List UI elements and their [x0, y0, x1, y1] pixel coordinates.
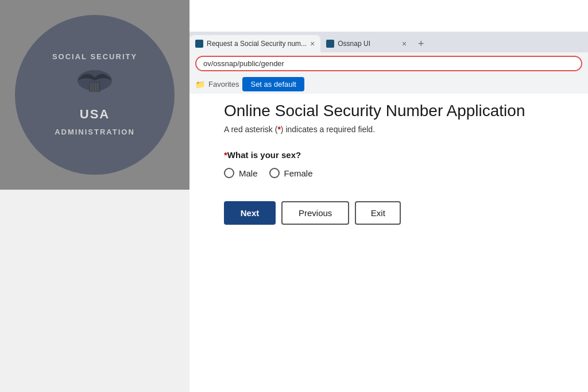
svg-rect-3	[92, 83, 94, 91]
svg-rect-2	[90, 83, 92, 91]
browser-tabs: Request a Social Security num... × Ossna…	[189, 32, 588, 52]
tab2-close-icon[interactable]: ×	[402, 39, 407, 48]
favorites-folder-icon: 📁	[195, 80, 205, 89]
address-bar-input[interactable]: ov/ossnap/public/gender	[195, 56, 582, 71]
tab2-favicon	[326, 40, 334, 48]
female-radio[interactable]	[269, 168, 280, 178]
ssa-logo-overlay: SOCIAL SECURITY USA ADMINISTRATION	[0, 0, 189, 190]
female-option[interactable]: Female	[269, 168, 313, 178]
ssa-logo-usa: USA	[52, 104, 137, 124]
eagle-icon	[72, 63, 118, 98]
ssa-logo-text: SOCIAL SECURITY USA ADMINISTRATION	[52, 51, 137, 139]
male-label: Male	[239, 168, 258, 178]
form-subtitle: A red asterisk (*) indicates a required …	[224, 125, 554, 134]
tab-active[interactable]: Request a Social Security num... ×	[189, 35, 320, 52]
male-option[interactable]: Male	[224, 168, 258, 178]
browser-favorites-bar: 📁 Favorites Set as default	[189, 75, 588, 94]
address-bar-value: ov/ossnap/public/gender	[203, 59, 284, 68]
tab1-label: Request a Social Security num...	[207, 40, 307, 48]
tab2-label: Ossnap UI	[338, 40, 370, 48]
form-subtitle-suffix: ) indicates a required field.	[281, 125, 375, 134]
nav-buttons: Next Previous Exit	[224, 201, 554, 225]
ssa-logo-line1: SOCIAL SECURITY	[52, 52, 137, 61]
tab-inactive[interactable]: Ossnap UI ×	[320, 35, 412, 52]
male-radio[interactable]	[224, 168, 234, 178]
form-area: Online Social Security Number Applicatio…	[189, 84, 588, 242]
sex-question-label: *What is your sex?	[224, 150, 554, 160]
set-default-button[interactable]: Set as default	[242, 77, 304, 91]
previous-button[interactable]: Previous	[281, 201, 349, 225]
tab1-favicon	[195, 40, 203, 48]
favorites-label: Favorites	[208, 80, 239, 89]
ssa-logo-circle: SOCIAL SECURITY USA ADMINISTRATION	[11, 11, 178, 178]
tab1-close-icon[interactable]: ×	[310, 39, 315, 48]
exit-button[interactable]: Exit	[355, 201, 401, 225]
browser-addressbar: ov/ossnap/public/gender	[189, 52, 588, 75]
form-subtitle-prefix: A red asterisk (	[224, 125, 277, 134]
new-tab-button[interactable]: +	[412, 35, 430, 52]
form-title: Online Social Security Number Applicatio…	[224, 102, 554, 120]
browser-chrome: Request a Social Security num... × Ossna…	[189, 32, 588, 94]
svg-rect-5	[97, 83, 99, 91]
ssa-logo-line2: ADMINISTRATION	[55, 128, 135, 136]
female-label: Female	[284, 168, 313, 178]
next-button[interactable]: Next	[224, 201, 276, 225]
svg-rect-4	[95, 83, 96, 91]
sex-radio-group: Male Female	[224, 168, 554, 178]
